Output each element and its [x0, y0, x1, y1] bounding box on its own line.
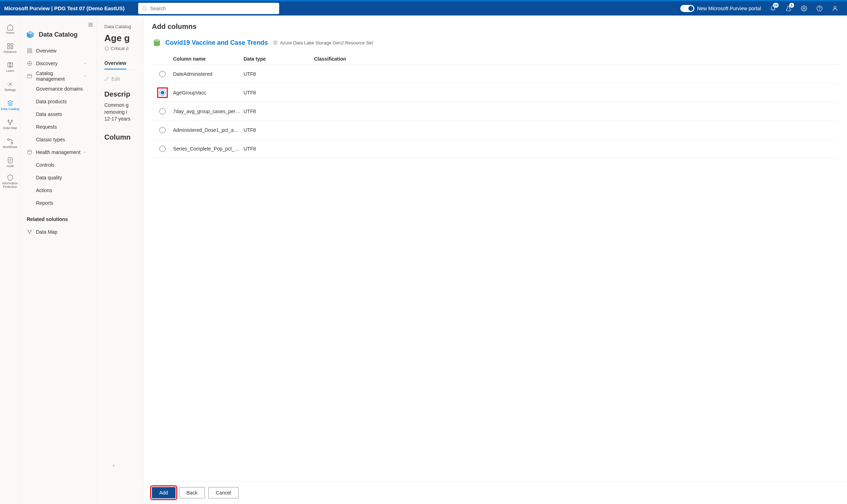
settings-button[interactable]: [796, 1, 812, 16]
rail-label: Data Map: [3, 127, 17, 130]
sidebar-catalog-mgmt[interactable]: Catalog management: [24, 70, 93, 82]
chevron-left-icon: [111, 463, 116, 468]
discovery-icon: [27, 61, 32, 66]
sidebar-reports[interactable]: Reports: [24, 197, 93, 209]
table-row[interactable]: DateAdministeredUTF8: [152, 65, 839, 84]
asset-header: Covid19 Vaccine and Case Trends Azure Da…: [152, 38, 839, 48]
svg-rect-23: [30, 51, 32, 53]
row-column-name: Series_Complete_Pop_pct_agegro: [173, 146, 244, 152]
hamburger-icon[interactable]: [88, 22, 93, 27]
page-tabs: Overview: [104, 57, 136, 70]
audit-icon: [7, 157, 14, 164]
health-icon: [27, 149, 32, 155]
notifications-button[interactable]: 10: [765, 1, 781, 16]
asset-title[interactable]: Covid19 Vaccine and Case Trends: [165, 39, 268, 47]
row-column-name: Administered_Dose1_pct_agegrou: [173, 127, 244, 133]
search-input[interactable]: [150, 6, 276, 11]
table-row[interactable]: AgeGroupVaccUTF8: [152, 84, 839, 102]
rail-label: Home: [6, 31, 14, 35]
shield-check-icon: [104, 46, 109, 51]
rail-data-map[interactable]: Data Map: [0, 115, 20, 134]
sidebar-actions[interactable]: Actions: [24, 184, 93, 197]
sidebar-controls[interactable]: Controls: [24, 159, 93, 171]
toggle-label: New Microsoft Purview portal: [697, 6, 761, 11]
table-row[interactable]: Series_Complete_Pop_pct_agegroUTF8: [152, 140, 839, 158]
grid-icon: [7, 43, 14, 50]
row-column-name: 7day_avg_group_cases_per_100k: [173, 109, 244, 114]
app-title: Microsoft Purview | PDG Test 07 (Demo Ea…: [4, 5, 138, 11]
sidebar-data-assets[interactable]: Data assets: [24, 108, 93, 121]
rail-data-catalog[interactable]: Data Catalog: [0, 96, 20, 115]
table-row[interactable]: 7day_avg_group_cases_per_100kUTF8: [152, 102, 839, 121]
sidebar-classic-types[interactable]: Classic types: [24, 133, 93, 146]
tab-overview[interactable]: Overview: [104, 57, 126, 69]
rail-solutions[interactable]: Solutions: [0, 39, 20, 58]
breadcrumb[interactable]: Data Catalog: [104, 24, 136, 29]
rail-learn[interactable]: Learn: [0, 58, 20, 77]
sidebar-overview[interactable]: Overview: [24, 44, 93, 57]
toggle-switch[interactable]: [680, 5, 694, 12]
rail-info-protection[interactable]: Information Protection: [0, 172, 20, 191]
svg-point-4: [820, 10, 820, 10]
edit-button[interactable]: Edit: [104, 76, 120, 82]
notifications-badge: 10: [773, 3, 779, 8]
gear-icon: [7, 81, 14, 88]
help-button[interactable]: [812, 1, 827, 16]
description-text: Common g removing i 12-17 years: [104, 102, 136, 123]
sidebar-health-mgmt[interactable]: Health management: [24, 146, 93, 159]
rail-settings[interactable]: Settings: [0, 77, 20, 96]
rail-label: Data Catalog: [1, 107, 19, 111]
row-radio[interactable]: [159, 90, 166, 96]
profile-button[interactable]: [827, 1, 843, 16]
tasks-button[interactable]: 1: [781, 1, 796, 16]
sidebar-item-label: Overview: [36, 48, 56, 54]
svg-point-15: [11, 142, 13, 144]
chevron-down-icon: [83, 61, 87, 66]
sidebar-governance-domains[interactable]: Governance domains: [24, 82, 93, 95]
sidebar-item-label: Actions: [36, 188, 52, 193]
add-button[interactable]: Add: [152, 487, 176, 498]
sidebar-data-products[interactable]: Data products: [24, 95, 93, 108]
svg-point-31: [154, 39, 160, 42]
svg-line-1: [146, 10, 147, 11]
back-button[interactable]: Back: [179, 487, 205, 498]
sidebar-requests[interactable]: Requests: [24, 121, 93, 133]
table-row[interactable]: Administered_Dose1_pct_agegrouUTF8: [152, 121, 839, 140]
collapse-button[interactable]: [111, 463, 116, 469]
rail-audit[interactable]: Audit: [0, 153, 20, 172]
row-column-type: UTF8: [244, 90, 314, 96]
new-portal-toggle[interactable]: New Microsoft Purview portal: [680, 5, 761, 12]
sidebar-discovery[interactable]: Discovery: [24, 57, 93, 70]
row-radio[interactable]: [159, 108, 166, 115]
datamap-icon: [27, 229, 32, 235]
rail-label: Workflows: [3, 146, 17, 149]
row-radio[interactable]: [159, 146, 166, 152]
search-input-wrap[interactable]: [138, 3, 279, 14]
background-page: Data Catalog Age g Critical d Overview E…: [97, 16, 143, 504]
rail-home[interactable]: Home: [0, 20, 20, 39]
topbar: Microsoft Purview | PDG Test 07 (Demo Ea…: [0, 0, 847, 16]
svg-rect-7: [11, 44, 13, 46]
help-icon: [816, 5, 823, 12]
svg-point-27: [28, 230, 29, 231]
page-title: Age g: [104, 33, 136, 44]
panel-title: Add columns: [152, 23, 839, 31]
row-radio[interactable]: [159, 71, 166, 77]
svg-point-14: [7, 139, 9, 141]
row-column-type: UTF8: [244, 146, 314, 152]
sidebar-data-quality[interactable]: Data quality: [24, 171, 93, 184]
svg-point-5: [834, 6, 836, 8]
cancel-button[interactable]: Cancel: [208, 487, 239, 498]
rail-label: Settings: [4, 88, 16, 92]
criticality-badge: Critical d: [104, 46, 136, 51]
rail-label: Information Protection: [0, 182, 20, 189]
svg-point-12: [11, 120, 12, 121]
row-radio[interactable]: [159, 127, 166, 133]
search-icon: [142, 6, 147, 11]
svg-point-10: [9, 84, 11, 85]
sidebar-item-label: Data quality: [36, 175, 62, 180]
svg-rect-6: [7, 44, 10, 46]
rail-workflows[interactable]: Workflows: [0, 134, 20, 153]
sidebar-data-map[interactable]: Data Map: [24, 226, 93, 238]
asset-type-badge: Azure Data Lake Storage Gen2 Resource Se…: [273, 40, 373, 45]
